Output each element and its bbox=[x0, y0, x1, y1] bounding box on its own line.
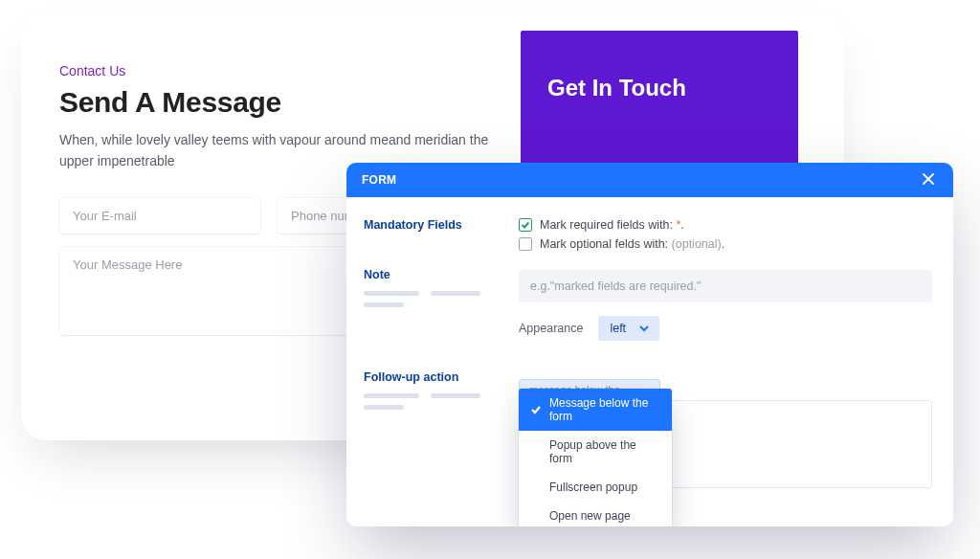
close-button[interactable] bbox=[921, 171, 938, 189]
followup-area: message below the form Message below the… bbox=[519, 379, 932, 491]
required-label: Mark required fields with: *. bbox=[540, 218, 684, 232]
placeholder-lines bbox=[364, 393, 509, 410]
optional-fields-row[interactable]: Mark optional felds with: (optional). bbox=[519, 237, 932, 251]
sidebar-label-mandatory: Mandatory Fields bbox=[364, 218, 509, 232]
sidebar-section-note: Note bbox=[364, 268, 509, 307]
modal-content: Mark required fields with: *. Mark optio… bbox=[519, 218, 932, 505]
check-icon bbox=[521, 220, 530, 230]
appearance-value: left bbox=[610, 322, 626, 335]
form-settings-modal: FORM Mandatory Fields Note Follow-up act… bbox=[346, 163, 953, 526]
get-in-touch-heading: Get In Touch bbox=[547, 75, 771, 101]
required-checkbox[interactable] bbox=[519, 218, 532, 232]
close-icon bbox=[921, 171, 936, 187]
check-icon bbox=[530, 404, 542, 415]
sidebar-label-followup: Follow-up action bbox=[364, 370, 509, 384]
sidebar-section-followup: Follow-up action bbox=[364, 370, 509, 410]
appearance-select[interactable]: left bbox=[598, 316, 659, 341]
note-input[interactable] bbox=[519, 270, 932, 302]
placeholder-lines bbox=[364, 291, 509, 307]
sidebar-label-note: Note bbox=[364, 268, 509, 281]
optional-checkbox[interactable] bbox=[519, 237, 532, 251]
appearance-row: Appearance left bbox=[519, 316, 932, 341]
modal-header: FORM bbox=[346, 163, 953, 197]
required-fields-row[interactable]: Mark required fields with: *. bbox=[519, 218, 932, 232]
asterisk-icon: * bbox=[676, 218, 680, 232]
followup-option[interactable]: Open new page bbox=[519, 502, 672, 526]
email-field[interactable] bbox=[59, 198, 260, 234]
followup-dropdown: Message below the form Popup above the f… bbox=[519, 389, 672, 526]
chevron-down-icon bbox=[638, 323, 650, 334]
followup-option[interactable]: Popup above the form bbox=[519, 431, 672, 473]
followup-option[interactable]: Message below the form bbox=[519, 389, 672, 431]
modal-sidebar: Mandatory Fields Note Follow-up action bbox=[364, 218, 509, 505]
sidebar-section-mandatory: Mandatory Fields bbox=[364, 218, 509, 241]
optional-label: Mark optional felds with: (optional). bbox=[540, 237, 724, 251]
appearance-label: Appearance bbox=[519, 322, 583, 335]
followup-option[interactable]: Fullscreen popup bbox=[519, 473, 672, 502]
modal-title: FORM bbox=[362, 173, 396, 187]
